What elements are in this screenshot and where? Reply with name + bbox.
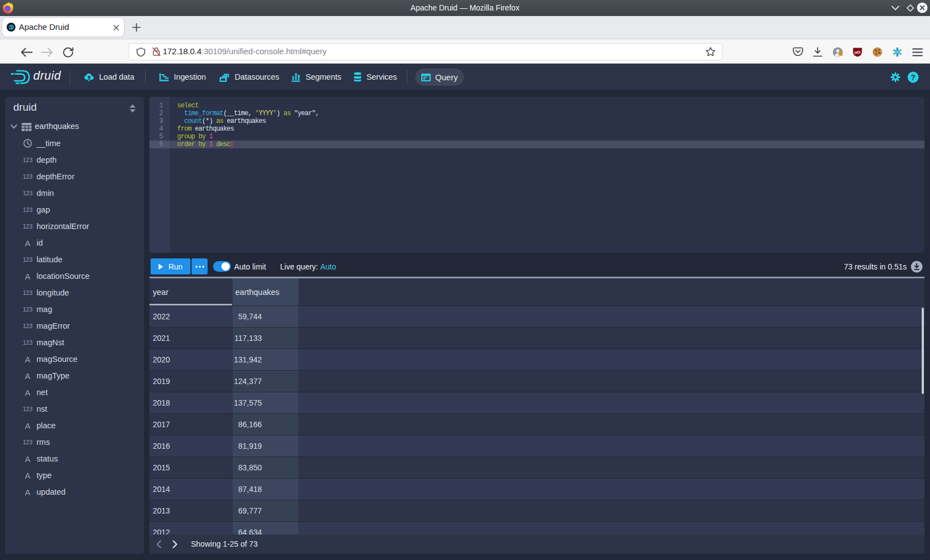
svg-text:uO: uO	[854, 50, 860, 55]
svg-text:?: ?	[911, 73, 916, 82]
